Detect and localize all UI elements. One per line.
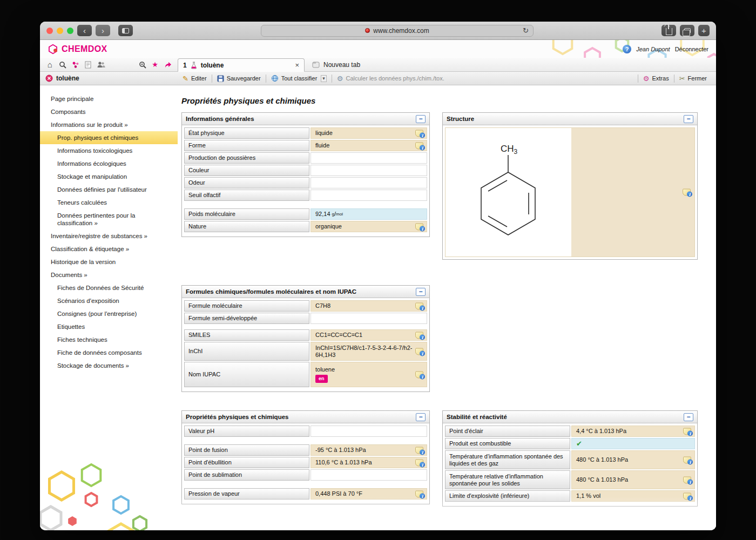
field-value[interactable]: 0,448 PSI à 70 °F [310, 488, 427, 500]
field-value[interactable] [310, 177, 427, 188]
new-tab-button[interactable]: Nouveau tab [305, 58, 368, 71]
field-label[interactable]: Nature [184, 221, 309, 232]
sidebar-item-page-principale[interactable]: Page principale [40, 92, 178, 105]
sidebar-item-toxicologiques[interactable]: Informations toxicologiques [40, 144, 178, 157]
home-button[interactable]: ⌂ [44, 59, 56, 70]
sidebar-item-stockage-manipulation[interactable]: Stockage et manipulation [40, 170, 178, 183]
field-label[interactable]: Limite d'explosivité (inférieure) [445, 490, 570, 502]
field-value[interactable] [310, 165, 427, 176]
field-value[interactable]: fluide [310, 140, 427, 151]
share-button[interactable] [662, 25, 676, 36]
field-value[interactable]: 110,6 °C à 1.013 hPa [310, 457, 427, 468]
field-label[interactable]: SMILES [184, 329, 309, 341]
field-value[interactable]: liquide [310, 127, 427, 139]
field-label[interactable]: Nom IUPAC [184, 362, 309, 387]
sidebar-item-composants[interactable]: Composants [40, 105, 178, 118]
chevron-down-icon[interactable]: ▾ [321, 75, 327, 82]
info-icon[interactable] [415, 348, 423, 355]
sidebar-item-donnees-classification[interactable]: Données pertinentes pour la classificati… [40, 209, 178, 230]
help-button[interactable]: ? [623, 45, 631, 53]
field-value[interactable]: 480 °C à 1.013 hPa [571, 450, 695, 469]
sidebar-item-donnees-utilisateur[interactable]: Données définies par l'utilisateur [40, 183, 178, 196]
zoom-search-button[interactable] [137, 59, 148, 70]
info-icon[interactable] [415, 142, 423, 149]
field-label[interactable]: Production de poussières [184, 152, 309, 164]
info-icon[interactable] [415, 130, 423, 137]
field-value[interactable] [310, 469, 427, 481]
info-icon[interactable] [415, 459, 423, 466]
reload-icon[interactable]: ↻ [523, 26, 529, 35]
forward-share-button[interactable] [162, 59, 173, 70]
field-label[interactable]: Point de fusion [184, 444, 309, 456]
sidebar-item-ecologiques[interactable]: Informations écologiques [40, 157, 178, 170]
field-value[interactable]: InChI=1S/C7H8/c1-7-5-3-2-4-6-7/h2-6H,1H3 [310, 342, 427, 361]
field-label[interactable]: Pression de vapeur [184, 488, 309, 500]
field-value[interactable] [310, 190, 427, 201]
favorites-button[interactable]: ★ [150, 59, 161, 70]
field-label[interactable]: Seuil olfactif [184, 190, 309, 201]
back-button[interactable]: ‹ [77, 25, 92, 36]
classify-button[interactable]: Tout classifier ▾ [266, 72, 332, 85]
structure-viewer[interactable]: CH3 [445, 127, 695, 257]
field-label[interactable]: Odeur [184, 177, 309, 188]
field-label[interactable]: Température d'inflammation spontanée des… [445, 450, 570, 469]
save-button[interactable]: Sauvegarder [212, 72, 266, 85]
edit-button[interactable]: ✎ Editer [178, 72, 212, 85]
documents-button[interactable] [83, 59, 94, 70]
field-label[interactable]: Produit est combustible [445, 438, 570, 449]
field-label[interactable]: Couleur [184, 165, 309, 176]
info-icon[interactable] [415, 332, 423, 339]
field-value[interactable] [310, 152, 427, 164]
collapse-button[interactable]: − [684, 115, 693, 123]
logout-link[interactable]: Déconnecter [675, 46, 708, 52]
field-label[interactable]: Poids moléculaire [184, 208, 309, 220]
sidebar-item-stockage-documents[interactable]: Stockage de documents » [40, 359, 178, 372]
field-label[interactable]: Point d'ébullition [184, 457, 309, 468]
field-value[interactable] [310, 426, 427, 437]
sidebar-item-informations-produit[interactable]: Informations sur le produit » [40, 118, 178, 131]
collapse-button[interactable]: − [416, 413, 426, 421]
field-label[interactable]: Point de sublimation [184, 469, 309, 481]
sidebar-toggle-button[interactable] [118, 25, 133, 36]
address-bar[interactable]: www.chemdox.com ↻ [261, 25, 534, 37]
sidebar-item-historique[interactable]: Historique de la version [40, 255, 178, 268]
tab-overview-button[interactable] [680, 25, 694, 36]
minimize-window-button[interactable] [57, 28, 63, 34]
field-value[interactable]: -95 °C à 1.013 hPa [310, 444, 427, 456]
info-icon[interactable] [415, 302, 423, 309]
tab-toluene[interactable]: 1 toluène × [178, 58, 305, 72]
field-value[interactable]: 92,14 g/mol [310, 208, 427, 220]
sidebar-item-scenarios[interactable]: Scénarios d'exposition [40, 294, 178, 307]
language-badge[interactable]: en [315, 375, 328, 383]
collapse-button[interactable]: − [416, 115, 426, 123]
field-label[interactable]: État physique [184, 127, 309, 139]
field-value[interactable]: organique [310, 221, 427, 232]
field-value[interactable]: 1,1 % vol [571, 490, 695, 502]
info-icon[interactable] [683, 492, 691, 500]
info-icon[interactable] [683, 428, 691, 435]
field-value[interactable]: ✔ [571, 438, 695, 449]
field-value[interactable]: toluene en [310, 362, 427, 387]
new-window-tab-button[interactable]: + [698, 25, 710, 36]
sidebar-item-documents[interactable]: Documents » [40, 268, 178, 281]
sidebar-item-teneurs-calculees[interactable]: Teneurs calculées [40, 196, 178, 209]
field-label[interactable]: Point d'éclair [445, 426, 570, 437]
info-icon[interactable] [415, 371, 423, 378]
field-label[interactable]: Formule semi-développée [184, 313, 309, 324]
zoom-window-button[interactable] [67, 28, 73, 34]
sidebar-item-prop-physiques[interactable]: Prop. physiques et chimiques [40, 131, 178, 144]
field-value[interactable]: CC1=CC=CC=C1 [310, 329, 427, 341]
extras-button[interactable]: ⚙ Extras [638, 72, 674, 85]
field-label[interactable]: Forme [184, 140, 309, 151]
collapse-button[interactable]: − [684, 413, 693, 421]
info-icon[interactable] [415, 447, 423, 454]
field-label[interactable]: Valeur pH [184, 426, 309, 437]
field-value[interactable]: 4,4 °C à 1.013 hPa [571, 426, 695, 437]
info-icon[interactable] [415, 223, 423, 230]
field-label[interactable]: Température relative d'inflammation spon… [445, 470, 570, 489]
calculate-button[interactable]: ⚙ Calculer les données phys./chim./tox. [332, 72, 449, 85]
info-icon[interactable] [415, 490, 423, 497]
field-label[interactable]: InChI [184, 342, 309, 361]
info-icon[interactable] [683, 456, 691, 463]
collapse-button[interactable]: − [416, 288, 426, 296]
